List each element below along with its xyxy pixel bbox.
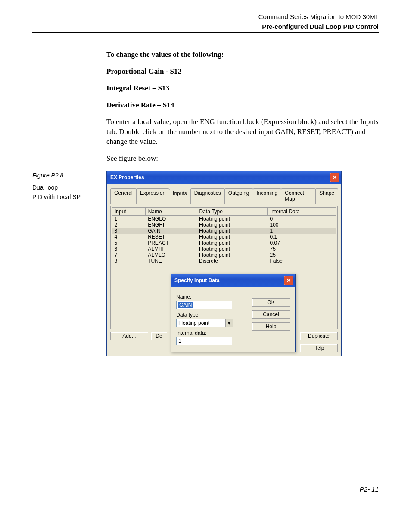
table-row[interactable]: 6ALMHIFloating point75: [112, 246, 336, 252]
table-cell: 4: [112, 234, 146, 240]
col-input[interactable]: Input: [112, 207, 146, 215]
table-cell: 0: [268, 215, 336, 222]
table-cell: 0.07: [268, 240, 336, 246]
tab-shape[interactable]: Shape: [315, 188, 338, 204]
figure-number: Figure P2.8.: [32, 171, 88, 180]
tab-strip: GeneralExpressionInputsDiagnosticsOutgoi…: [110, 188, 338, 204]
tab-diagnostics[interactable]: Diagnostics: [190, 188, 225, 204]
data-type-label: Data type:: [176, 312, 247, 318]
name-input[interactable]: GAIN: [176, 301, 232, 309]
table-cell: 0.1: [268, 234, 336, 240]
inputs-table: InputNameData TypeInternal Data 1ENGLOFl…: [112, 207, 336, 264]
table-cell: TUNE: [145, 258, 196, 264]
table-row[interactable]: 7ALMLOFloating point25: [112, 252, 336, 258]
table-cell: 1: [268, 228, 336, 234]
table-cell: 7: [112, 252, 146, 258]
table-cell: 3: [112, 228, 146, 234]
table-cell: 1: [112, 215, 146, 222]
modal-ok-button[interactable]: OK: [252, 298, 290, 307]
table-cell: ALMLO: [145, 252, 196, 258]
param-line-1: Proportional Gain - S12: [106, 67, 379, 77]
close-icon[interactable]: ✕: [284, 276, 293, 285]
delete-button[interactable]: De: [151, 332, 167, 340]
tab-expression[interactable]: Expression: [136, 188, 169, 204]
table-cell: GAIN: [145, 228, 196, 234]
param-line-2: Integral Reset – S13: [106, 84, 379, 93]
table-cell: Floating point: [196, 222, 268, 228]
table-cell: 75: [268, 246, 336, 252]
table-cell: Floating point: [196, 228, 268, 234]
tab-general[interactable]: General: [110, 188, 137, 204]
table-cell: 5: [112, 240, 146, 246]
window-titlebar[interactable]: EX Properties ✕: [107, 171, 341, 184]
tab-inputs[interactable]: Inputs: [169, 189, 191, 204]
table-row[interactable]: 8TUNEDiscreteFalse: [112, 258, 336, 264]
table-cell: Floating point: [196, 240, 268, 246]
table-cell: Floating point: [196, 234, 268, 240]
table-cell: 2: [112, 222, 146, 228]
internal-data-input[interactable]: 1: [176, 337, 232, 345]
instruction-paragraph: To enter a local value, open the ENG fun…: [106, 117, 379, 147]
ex-properties-window: EX Properties ✕ GeneralExpressionInputsD…: [106, 171, 342, 356]
doc-title: Command Series Migration to MOD 30ML: [32, 13, 379, 20]
col-internal-data[interactable]: Internal Data: [268, 207, 336, 215]
table-cell: 25: [268, 252, 336, 258]
close-icon[interactable]: ✕: [330, 173, 339, 182]
tab-outgoing[interactable]: Outgoing: [224, 188, 253, 204]
window-title: EX Properties: [110, 174, 144, 180]
caption-line-2: PID with Local SP: [32, 192, 88, 202]
table-cell: Floating point: [196, 252, 268, 258]
param-line-3: Derivative Rate – S14: [106, 100, 379, 110]
tab-incoming[interactable]: Incoming: [253, 188, 282, 204]
data-type-value: Floating point: [177, 319, 225, 327]
table-row[interactable]: 5PREACTFloating point0.07: [112, 240, 336, 246]
table-cell: ENGLO: [145, 215, 196, 222]
page-number: P2- 11: [32, 485, 379, 493]
modal-title: Specify Input Data: [174, 277, 220, 283]
table-cell: 8: [112, 258, 146, 264]
help-button[interactable]: Help: [300, 344, 338, 352]
table-cell: 6: [112, 246, 146, 252]
specify-input-data-dialog: Specify Input Data ✕ Name: GAIN Data typ…: [171, 274, 296, 352]
modal-titlebar[interactable]: Specify Input Data ✕: [171, 274, 295, 287]
duplicate-button[interactable]: Duplicate: [300, 332, 338, 340]
table-cell: False: [268, 258, 336, 264]
intro-heading: To change the values of the following:: [106, 50, 379, 60]
col-name[interactable]: Name: [145, 207, 196, 215]
table-cell: PREACT: [145, 240, 196, 246]
header-rule: [32, 32, 379, 33]
add-button[interactable]: Add...: [110, 332, 148, 340]
data-type-select[interactable]: Floating point ▾: [176, 319, 233, 327]
modal-cancel-button[interactable]: Cancel: [252, 310, 290, 319]
see-figure: See figure below:: [106, 154, 379, 164]
table-cell: ALMHI: [145, 246, 196, 252]
chevron-down-icon[interactable]: ▾: [225, 319, 233, 327]
modal-help-button[interactable]: Help: [252, 322, 290, 331]
table-row[interactable]: 3GAINFloating point1: [112, 228, 336, 234]
internal-data-label: Internal data:: [176, 330, 247, 336]
table-row[interactable]: 4RESETFloating point0.1: [112, 234, 336, 240]
section-title: Pre-configured Dual Loop PID Control: [32, 23, 379, 30]
table-cell: 100: [268, 222, 336, 228]
tab-connect-map[interactable]: Connect Map: [281, 188, 316, 204]
table-cell: Floating point: [196, 215, 268, 222]
table-cell: Floating point: [196, 246, 268, 252]
table-cell: ENGHI: [145, 222, 196, 228]
table-cell: Discrete: [196, 258, 268, 264]
table-row[interactable]: 2ENGHIFloating point100: [112, 222, 336, 228]
col-data-type[interactable]: Data Type: [196, 207, 268, 215]
figure-caption: Figure P2.8. Dual loop PID with Local SP: [32, 171, 88, 202]
name-label: Name:: [176, 294, 247, 300]
caption-line-1: Dual loop: [32, 183, 88, 192]
table-cell: RESET: [145, 234, 196, 240]
table-row[interactable]: 1ENGLOFloating point0: [112, 215, 336, 222]
